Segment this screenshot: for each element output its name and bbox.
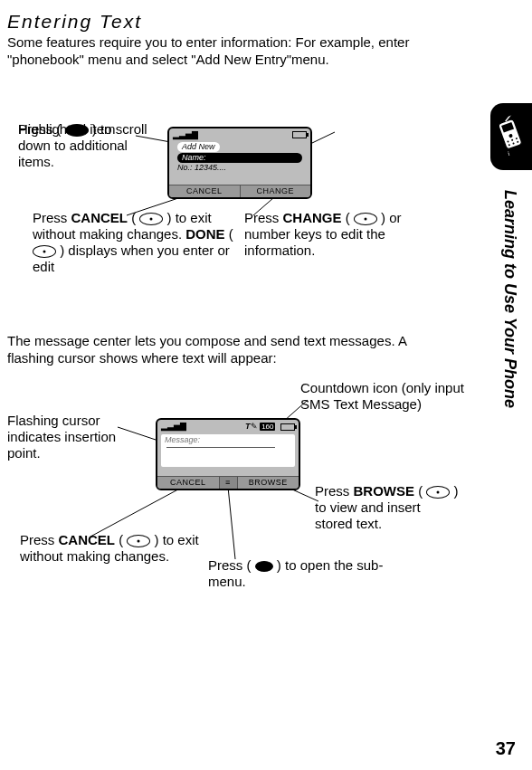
- sidebar-section-title: Learning to Use Your Phone: [500, 190, 519, 408]
- svg-line-19: [90, 485, 186, 537]
- left-softkey-icon: [127, 535, 150, 547]
- status-bar: ▂▃▅▇: [169, 128, 310, 141]
- diagram-add-new: ▂▃▅▇ Add New Name: No.: 12345.... CANCEL…: [18, 116, 489, 333]
- cursor-line: [166, 447, 275, 448]
- right-softkey-icon: [426, 486, 450, 499]
- char-counter: 160: [260, 423, 275, 431]
- callout-browse: Press BROWSE ( ) to view and insert stor…: [315, 483, 460, 532]
- callout-cursor: Flashing cursor indicates insertion poin…: [7, 413, 123, 461]
- message-center-paragraph: The message center lets you compose and …: [7, 333, 432, 367]
- phone-screen-addnew: ▂▃▅▇ Add New Name: No.: 12345.... CANCEL…: [167, 127, 312, 199]
- message-label: Message:: [161, 434, 295, 445]
- text-mode-icon: T: [245, 422, 251, 431]
- callout-cancel2: Press CANCEL ( ) to exit without making …: [20, 532, 201, 565]
- center-softkey[interactable]: ≡: [219, 476, 237, 489]
- intro-paragraph: Some features require you to enter infor…: [7, 34, 423, 69]
- softkey-cancel[interactable]: CANCEL: [157, 476, 219, 489]
- diagram-message: ▂▃▅▇ T✎ 160 Message: CANCEL ≡ BROWSE Cou…: [0, 378, 489, 659]
- battery-icon: [280, 423, 295, 431]
- page-heading: Entering Text: [7, 11, 521, 33]
- signal-icon: ▂▃▅▇: [173, 131, 198, 139]
- phone-icon: i: [491, 113, 531, 161]
- page-number: 37: [496, 738, 516, 759]
- right-softkey-icon: [354, 213, 377, 225]
- softkey-change[interactable]: CHANGE: [240, 185, 311, 197]
- message-text-area[interactable]: Message:: [161, 434, 295, 467]
- addnew-row: Add New: [177, 142, 220, 152]
- signal-icon: ▂▃▅▇: [161, 423, 186, 431]
- callout-cancel-done: Press CANCEL ( ) to exit without making …: [33, 210, 241, 275]
- left-softkey-icon: [33, 245, 56, 258]
- battery-icon: [292, 131, 307, 138]
- callout-change: Press CHANGE ( ) or number keys to edit …: [244, 210, 414, 259]
- callout-countdown: Countdown icon (only input SMS Text Mess…: [300, 380, 472, 413]
- callout-highlighted: Highlighted item: [18, 121, 116, 138]
- menu-key-icon: [255, 561, 273, 572]
- status-bar: ▂▃▅▇ T✎ 160: [157, 420, 299, 433]
- left-softkey-icon: [139, 213, 163, 225]
- callout-submenu: Press ( ) to open the sub-menu.: [208, 557, 389, 590]
- number-row: No.: 12345....: [175, 163, 305, 173]
- thumb-tab: i: [490, 103, 532, 170]
- softkey-cancel[interactable]: CANCEL: [169, 185, 240, 197]
- svg-line-20: [228, 487, 235, 559]
- phone-screen-message: ▂▃▅▇ T✎ 160 Message: CANCEL ≡ BROWSE: [156, 418, 300, 490]
- softkey-browse[interactable]: BROWSE: [237, 476, 299, 489]
- name-row-highlighted: Name:: [177, 153, 302, 163]
